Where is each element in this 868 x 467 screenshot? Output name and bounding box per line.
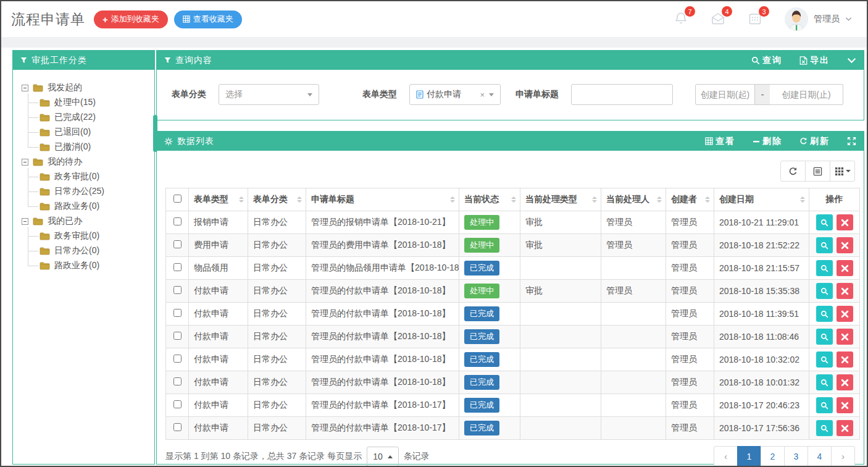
table-refresh-button[interactable] bbox=[780, 161, 806, 182]
sort-carets-icon[interactable] bbox=[592, 196, 597, 203]
request-title-input[interactable] bbox=[571, 84, 673, 105]
row-delete-button[interactable] bbox=[837, 306, 853, 322]
row-view-button[interactable] bbox=[816, 306, 833, 322]
row-checkbox[interactable] bbox=[173, 355, 182, 363]
delete-button[interactable]: 删除 bbox=[753, 136, 782, 147]
sort-carets-icon[interactable] bbox=[511, 196, 516, 203]
export-button[interactable]: 导出 bbox=[799, 55, 830, 66]
form-type-select[interactable]: 付款申请 × bbox=[409, 84, 501, 105]
close-icon bbox=[841, 379, 849, 387]
tree-expander-icon[interactable] bbox=[22, 85, 28, 91]
tree-node[interactable]: 路政业务(0) bbox=[40, 258, 151, 273]
next-page-button[interactable]: › bbox=[831, 446, 855, 467]
sort-carets-icon[interactable] bbox=[705, 196, 710, 203]
row-delete-button[interactable] bbox=[837, 329, 853, 345]
row-view-button[interactable] bbox=[816, 329, 833, 345]
row-delete-button[interactable] bbox=[837, 420, 853, 436]
sort-carets-icon[interactable] bbox=[239, 196, 244, 203]
tree-node[interactable]: 已完成(22) bbox=[40, 110, 151, 125]
column-header[interactable]: 当前处理人 bbox=[601, 188, 666, 211]
tree-node[interactable]: 处理中(15) bbox=[40, 95, 151, 110]
sort-carets-icon[interactable] bbox=[450, 196, 455, 203]
table-columns-button[interactable] bbox=[830, 161, 855, 182]
row-view-button[interactable] bbox=[816, 214, 833, 230]
panel-collapse-icon[interactable] bbox=[847, 57, 856, 64]
row-view-button[interactable] bbox=[816, 237, 833, 253]
prev-page-button[interactable]: ‹ bbox=[714, 446, 738, 467]
date-from-input[interactable] bbox=[695, 84, 755, 105]
row-delete-button[interactable] bbox=[837, 397, 853, 413]
notification-bell[interactable]: 7 bbox=[674, 11, 690, 27]
row-view-button[interactable] bbox=[816, 374, 833, 390]
page-button[interactable]: 3 bbox=[784, 446, 808, 467]
add-to-favorites-button[interactable]: + 添加到收藏夹 bbox=[94, 11, 168, 28]
top-header: 流程申请单 + 添加到收藏夹 查看收藏夹 7 4 3 bbox=[1, 1, 867, 37]
view-button[interactable]: 查看 bbox=[705, 136, 735, 147]
row-delete-button[interactable] bbox=[837, 351, 853, 368]
tree-node[interactable]: 已退回(0) bbox=[40, 125, 151, 140]
column-header[interactable]: 创建日期 bbox=[714, 188, 809, 211]
column-header[interactable]: 表单类型 bbox=[189, 188, 248, 211]
app-window: 流程申请单 + 添加到收藏夹 查看收藏夹 7 4 3 bbox=[0, 0, 868, 467]
tree-node-label: 已撤消(0) bbox=[54, 141, 91, 153]
sort-carets-icon[interactable] bbox=[297, 196, 302, 203]
row-checkbox[interactable] bbox=[173, 286, 182, 294]
row-checkbox[interactable] bbox=[173, 400, 182, 408]
fullscreen-icon[interactable] bbox=[847, 137, 856, 146]
page-button[interactable]: 4 bbox=[807, 446, 832, 467]
row-checkbox[interactable] bbox=[173, 377, 182, 385]
row-view-button[interactable] bbox=[816, 420, 833, 436]
sort-carets-icon[interactable] bbox=[800, 196, 805, 203]
date-to-input[interactable] bbox=[770, 84, 843, 105]
refresh-button[interactable]: 刷新 bbox=[799, 136, 830, 147]
user-menu[interactable]: 管理员 bbox=[785, 7, 852, 31]
row-view-button[interactable] bbox=[816, 283, 833, 299]
row-checkbox[interactable] bbox=[173, 423, 182, 431]
tree-expander-icon[interactable] bbox=[22, 159, 28, 166]
tree-node[interactable]: 我的待办 bbox=[22, 154, 151, 169]
notification-mail[interactable]: 4 bbox=[711, 11, 727, 27]
tree-expander-icon[interactable] bbox=[22, 218, 28, 225]
tree-node[interactable]: 路政业务(0) bbox=[40, 199, 151, 214]
sort-carets-icon[interactable] bbox=[657, 196, 662, 203]
column-header[interactable]: 申请单标题 bbox=[306, 188, 459, 211]
tree-node[interactable]: 我发起的 bbox=[22, 80, 151, 95]
tree-node[interactable]: 日常办公(0) bbox=[40, 243, 151, 258]
search-button[interactable]: 查询 bbox=[751, 55, 782, 66]
form-category-select[interactable]: 选择 bbox=[219, 84, 319, 105]
tree-node[interactable]: 政务审批(0) bbox=[40, 169, 151, 184]
clear-icon[interactable]: × bbox=[480, 90, 489, 99]
tree-node[interactable]: 已撤消(0) bbox=[40, 140, 151, 154]
row-view-button[interactable] bbox=[816, 260, 833, 276]
row-delete-button[interactable] bbox=[837, 237, 853, 253]
table-toggle-view-button[interactable] bbox=[805, 161, 830, 182]
row-delete-button[interactable] bbox=[837, 214, 853, 230]
view-favorites-button[interactable]: 查看收藏夹 bbox=[174, 11, 242, 28]
page-button[interactable]: 2 bbox=[761, 446, 785, 467]
page-size-select[interactable]: 10 bbox=[367, 447, 399, 466]
row-view-button[interactable] bbox=[816, 397, 833, 413]
minus-icon bbox=[753, 138, 760, 145]
row-checkbox[interactable] bbox=[173, 332, 182, 340]
sidebar-collapse-handle[interactable] bbox=[153, 115, 157, 152]
row-view-button[interactable] bbox=[816, 351, 833, 368]
select-all-checkbox[interactable] bbox=[173, 195, 182, 203]
row-delete-button[interactable] bbox=[837, 374, 853, 390]
tree-node[interactable]: 日常办公(25) bbox=[40, 184, 151, 199]
tree-node[interactable]: 政务审批(0) bbox=[40, 229, 151, 243]
tree-node[interactable]: 我的已办 bbox=[22, 214, 151, 229]
row-delete-button[interactable] bbox=[837, 260, 853, 276]
row-checkbox[interactable] bbox=[173, 309, 182, 317]
row-checkbox[interactable] bbox=[173, 263, 182, 271]
row-checkbox[interactable] bbox=[173, 240, 182, 248]
notification-calendar[interactable]: 3 bbox=[748, 11, 764, 27]
row-delete-button[interactable] bbox=[837, 283, 853, 299]
cell-handler bbox=[601, 348, 666, 371]
column-header[interactable]: 当前状态 bbox=[459, 188, 520, 211]
page-button[interactable]: 1 bbox=[737, 446, 761, 467]
column-header[interactable]: 当前处理类型 bbox=[520, 188, 601, 211]
column-header[interactable]: 表单分类 bbox=[248, 188, 306, 211]
column-header[interactable]: 创建者 bbox=[666, 188, 714, 211]
cell-creator: 管理员 bbox=[666, 257, 714, 280]
row-checkbox[interactable] bbox=[173, 217, 182, 225]
